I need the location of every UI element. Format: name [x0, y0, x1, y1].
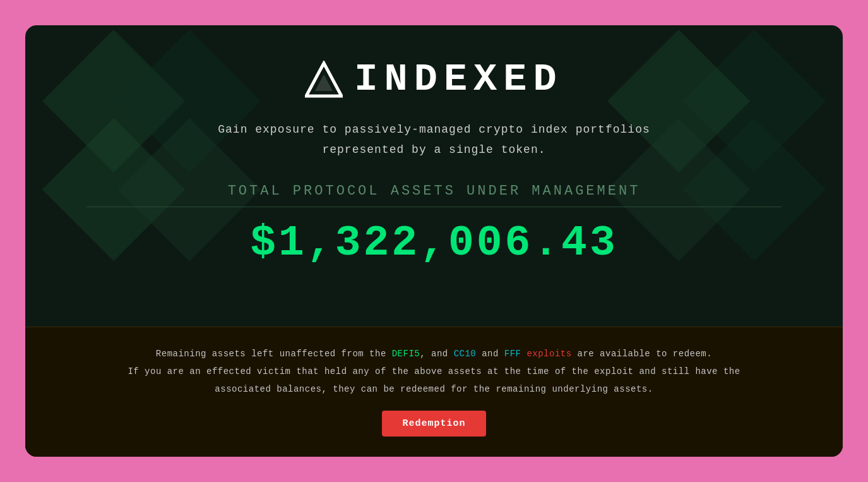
- aum-label: TOTAL PROTOCOL ASSETS UNDER MANAGEMENT: [228, 183, 641, 199]
- notice-comma: , and: [420, 349, 453, 359]
- divider: [86, 207, 782, 207]
- cc10-link[interactable]: CC10: [454, 349, 477, 359]
- notice-suffix: are available to redeem.: [572, 349, 713, 359]
- tagline: Gain exposure to passively-managed crypt…: [218, 119, 650, 160]
- redemption-button[interactable]: Redemption: [382, 411, 485, 437]
- notice-text: Remaining assets left unaffected from th…: [128, 345, 740, 398]
- aum-value: $1,322,006.43: [250, 219, 618, 267]
- logo-row: INDEXED: [305, 57, 562, 102]
- main-content: INDEXED Gain exposure to passively-manag…: [25, 25, 843, 327]
- notice-line2: If you are an effected victim that held …: [128, 366, 740, 377]
- notice-line3: associated balances, they can be redeeme…: [215, 384, 653, 394]
- defi5-link[interactable]: DEFI5: [392, 349, 420, 359]
- notice-prefix: Remaining assets left unaffected from th…: [156, 349, 392, 359]
- fff-link[interactable]: FFF: [504, 349, 521, 359]
- exploits-text: exploits: [526, 349, 571, 359]
- tagline-line2: represented by a single token.: [322, 143, 545, 156]
- logo-title: INDEXED: [354, 57, 562, 102]
- notice-box: Remaining assets left unaffected from th…: [25, 327, 843, 457]
- main-card: INDEXED Gain exposure to passively-manag…: [25, 25, 843, 457]
- logo-icon: [305, 61, 343, 99]
- notice-and: and: [476, 349, 504, 359]
- tagline-line1: Gain exposure to passively-managed crypt…: [218, 123, 650, 136]
